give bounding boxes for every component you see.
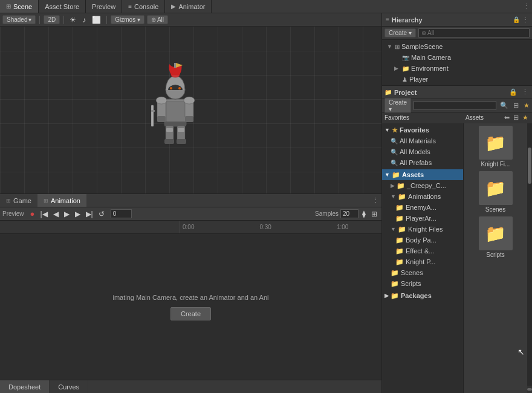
asset-knight-files[interactable]: 📁 Knight Fi... <box>466 126 525 167</box>
fav-all-prefabs[interactable]: 🔍 All Prefabs <box>382 157 463 168</box>
hierarchy-create-btn[interactable]: Create ▾ <box>384 28 416 37</box>
svg-rect-22 <box>178 128 184 132</box>
gizmos-label: Gizmos ▾ <box>115 16 140 23</box>
env-label: Environment <box>411 65 449 72</box>
all-tag-dropdown[interactable]: ⊕ All <box>147 15 168 24</box>
gizmos-dropdown[interactable]: Gizmos ▾ <box>111 15 144 24</box>
preview-tab-label: Preview <box>92 3 115 10</box>
hierarchy-search-input[interactable] <box>418 28 530 37</box>
folder-enemy[interactable]: 📁 EnemyA... <box>382 202 463 213</box>
asset-scenes[interactable]: 📁 Scenes <box>466 171 525 213</box>
project-assets-view: 📁 Knight Fi... 📁 Scenes 📁 <box>464 123 527 393</box>
scene-view: Shaded ▾ 2D ☀ ♪ ⬜ Gizmos ▾ ⊕ All <box>0 13 381 193</box>
hierarchy-create-label: Create ▾ <box>389 30 412 36</box>
anim-tab-collapse[interactable]: ⋮ <box>370 194 381 207</box>
folder-effect[interactable]: 📁 Effect &... <box>382 245 463 256</box>
fav-all-materials[interactable]: 🔍 All Materials <box>382 135 463 146</box>
col-action-2[interactable]: ⊞ <box>512 114 520 122</box>
knight-character <box>151 63 199 148</box>
next-keyframe-btn[interactable]: ▶| <box>84 210 95 218</box>
camera-icon: 📷 <box>402 54 409 61</box>
tab-animator[interactable]: ▶ Animator <box>165 0 212 13</box>
assets-label: Assets <box>402 171 424 178</box>
col-action-1[interactable]: ⬅ <box>503 114 511 122</box>
prev-frame-btn[interactable]: ◀ <box>51 210 60 218</box>
folder-knight-p[interactable]: 📁 Knight P... <box>382 256 463 267</box>
model-search-icon: 🔍 <box>391 149 398 155</box>
folder-body-parts[interactable]: 📁 Body Pa... <box>382 235 463 245</box>
next-frame-btn[interactable]: ▶ <box>73 210 82 218</box>
add-event-btn[interactable]: ⊞ <box>369 210 379 218</box>
project-create-label: Create ▾ <box>389 99 407 112</box>
samples-input[interactable] <box>340 209 358 218</box>
record-btn[interactable]: ● <box>28 209 37 218</box>
hierarchy-lock-btn[interactable]: 🔒 <box>513 16 520 23</box>
svg-rect-21 <box>166 128 173 132</box>
folder-creepy[interactable]: ▶ 📁 _Creepy_C... <box>382 180 463 191</box>
add-keyframe-btn[interactable]: ⧫ <box>360 210 368 218</box>
play-btn[interactable]: ▶ <box>62 210 71 218</box>
svg-rect-5 <box>164 139 174 144</box>
tab-game[interactable]: ⊞ Game <box>0 194 37 207</box>
project-create-btn[interactable]: Create ▾ <box>384 98 411 114</box>
scene-tab-icon: ⊞ <box>6 3 11 10</box>
folder-scripts[interactable]: 📁 Scripts <box>382 278 463 289</box>
dopesheet-tab[interactable]: Dopesheet <box>0 380 50 393</box>
tab-asset-store[interactable]: Asset Store <box>39 0 86 13</box>
folder-animations[interactable]: ▼ 📁 Animations <box>382 191 463 202</box>
hierarchy-player[interactable]: ♟ Player <box>382 74 532 85</box>
project-star-btn[interactable]: ★ <box>522 102 531 109</box>
tab-collapse-btn[interactable]: ⋮ <box>521 0 532 13</box>
favorites-section-header[interactable]: ▼ ★ Favorites <box>382 125 463 135</box>
folder-knight-files[interactable]: ▼ 📁 Knight Files <box>382 224 463 235</box>
knight-arrow: ▼ <box>391 226 396 232</box>
loop-btn[interactable]: ↺ <box>97 210 106 218</box>
project-columns-header: Favorites Assets ⬅ ⊞ ★ <box>382 112 532 123</box>
audio-icon-btn[interactable]: ♪ <box>80 16 88 24</box>
hierarchy-menu-btn[interactable]: ⋮ <box>522 16 528 23</box>
sun-icon-btn[interactable]: ☀ <box>68 16 78 24</box>
env-icon: 📁 <box>402 65 409 72</box>
prev-keyframe-btn[interactable]: |◀ <box>38 210 49 218</box>
project-scrollbar[interactable] <box>527 123 532 393</box>
assets-col-label: Assets <box>465 114 501 121</box>
svg-rect-12 <box>151 110 155 112</box>
assets-section-header[interactable]: ▼ 📁 Assets <box>382 169 463 180</box>
time-input[interactable] <box>111 209 132 218</box>
project-inner: ▼ ★ Favorites 🔍 All Materials 🔍 All Mode… <box>382 123 532 393</box>
hierarchy-main-camera[interactable]: 📷 Main Camera <box>382 52 532 63</box>
shaded-dropdown[interactable]: Shaded ▾ <box>2 15 36 24</box>
tab-console[interactable]: ≡ Console <box>122 0 165 13</box>
project-search-icon-btn[interactable]: 🔍 <box>499 102 510 109</box>
create-animator-btn[interactable]: Create <box>170 307 211 320</box>
env-arrow: ▶ <box>394 65 400 71</box>
fx-icon-btn[interactable]: ⬜ <box>90 16 103 24</box>
prefab-search-icon: 🔍 <box>391 160 398 166</box>
tab-scene[interactable]: ⊞ Scene <box>0 0 39 13</box>
fav-all-models[interactable]: 🔍 All Models <box>382 146 463 157</box>
packages-section-header[interactable]: ▶ 📁 Packages <box>382 290 463 301</box>
toolbar-divider-3 <box>106 16 107 24</box>
project-lock-btn[interactable]: 🔒 <box>508 88 519 96</box>
scene-canvas[interactable] <box>0 27 381 193</box>
scripts-thumb-icon: 📁 <box>485 224 506 244</box>
curves-tab[interactable]: Curves <box>50 380 88 393</box>
folder-scenes[interactable]: 📁 Scenes <box>382 267 463 278</box>
mode-2d-btn[interactable]: 2D <box>44 15 60 24</box>
hierarchy-environment[interactable]: ▶ 📁 Environment <box>382 63 532 74</box>
folder-player[interactable]: 📁 PlayerAr... <box>382 213 463 224</box>
project-search-input[interactable] <box>414 101 496 110</box>
player-icon: ♟ <box>402 76 407 83</box>
camera-label: Main Camera <box>411 54 451 61</box>
fav-star: ★ <box>392 126 398 134</box>
svg-point-16 <box>170 87 172 89</box>
project-scroll-slider[interactable] <box>527 386 532 393</box>
project-filter-btn[interactable]: ⊞ <box>512 102 520 109</box>
asset-scripts[interactable]: 📁 Scripts <box>466 216 525 258</box>
project-menu-btn[interactable]: ⋮ <box>521 88 530 96</box>
assets-arrow: ▼ <box>384 172 390 178</box>
tab-preview[interactable]: Preview <box>86 0 122 13</box>
col-action-star[interactable]: ★ <box>521 114 530 122</box>
tab-animation[interactable]: ⊞ Animation <box>37 194 86 207</box>
hierarchy-sample-scene[interactable]: ▼ ⊞ SampleScene <box>382 41 532 52</box>
